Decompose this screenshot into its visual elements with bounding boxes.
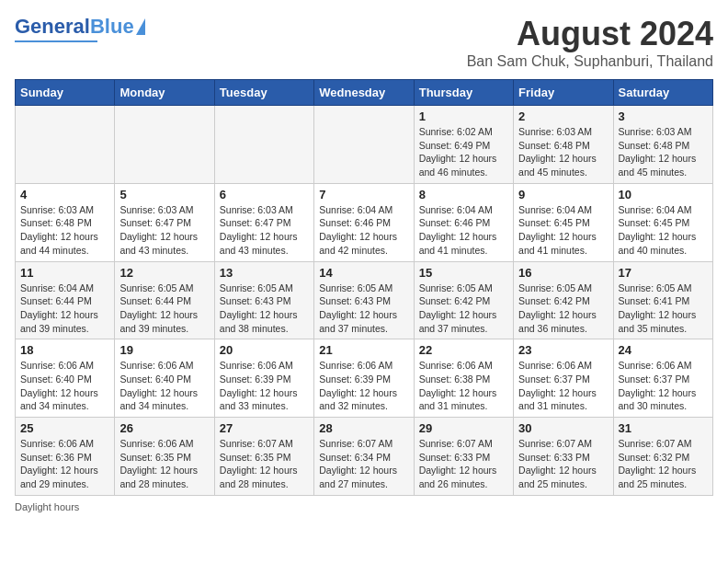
calendar-cell: 1Sunrise: 6:02 AM Sunset: 6:49 PM Daylig…: [414, 106, 513, 184]
day-number: 28: [319, 421, 408, 435]
day-info: Sunrise: 6:04 AM Sunset: 6:46 PM Dayligh…: [319, 203, 408, 258]
calendar-cell: 15Sunrise: 6:05 AM Sunset: 6:42 PM Dayli…: [414, 261, 513, 339]
day-number: 8: [419, 188, 508, 201]
day-info: Sunrise: 6:05 AM Sunset: 6:43 PM Dayligh…: [319, 282, 408, 336]
day-info: Sunrise: 6:04 AM Sunset: 6:44 PM Dayligh…: [20, 282, 109, 336]
day-info: Sunrise: 6:06 AM Sunset: 6:36 PM Dayligh…: [20, 437, 109, 491]
calendar-week-row: 18Sunrise: 6:06 AM Sunset: 6:40 PM Dayli…: [16, 339, 713, 418]
calendar-header-row: SundayMondayTuesdayWednesdayThursdayFrid…: [16, 80, 713, 106]
page-subtitle: Ban Sam Chuk, Suphanburi, Thailand: [467, 53, 713, 70]
day-info: Sunrise: 6:07 AM Sunset: 6:34 PM Dayligh…: [319, 437, 408, 491]
day-number: 21: [319, 343, 408, 357]
calendar-cell: 18Sunrise: 6:06 AM Sunset: 6:40 PM Dayli…: [16, 339, 115, 418]
day-number: 3: [619, 109, 708, 123]
day-number: 6: [220, 188, 309, 201]
day-info: Sunrise: 6:04 AM Sunset: 6:45 PM Dayligh…: [619, 203, 708, 258]
day-info: Sunrise: 6:07 AM Sunset: 6:33 PM Dayligh…: [518, 437, 608, 491]
calendar-day-header: Thursday: [414, 80, 513, 106]
calendar-cell: 31Sunrise: 6:07 AM Sunset: 6:32 PM Dayli…: [613, 418, 712, 496]
calendar-cell: 12Sunrise: 6:05 AM Sunset: 6:44 PM Dayli…: [115, 261, 214, 339]
day-info: Sunrise: 6:07 AM Sunset: 6:35 PM Dayligh…: [220, 437, 309, 491]
calendar-cell: [214, 106, 313, 184]
day-info: Sunrise: 6:06 AM Sunset: 6:39 PM Dayligh…: [319, 359, 408, 413]
day-number: 18: [20, 343, 109, 357]
calendar-cell: 7Sunrise: 6:04 AM Sunset: 6:46 PM Daylig…: [314, 183, 414, 261]
day-number: 22: [419, 343, 508, 357]
logo: General Blue: [15, 15, 145, 42]
day-number: 31: [619, 421, 708, 435]
calendar-cell: 4Sunrise: 6:03 AM Sunset: 6:48 PM Daylig…: [16, 183, 115, 261]
calendar-day-header: Saturday: [613, 80, 712, 106]
calendar-cell: 29Sunrise: 6:07 AM Sunset: 6:33 PM Dayli…: [414, 418, 513, 496]
day-number: 4: [20, 188, 109, 201]
calendar-table: SundayMondayTuesdayWednesdayThursdayFrid…: [15, 79, 713, 496]
calendar-week-row: 1Sunrise: 6:02 AM Sunset: 6:49 PM Daylig…: [16, 106, 713, 184]
day-number: 26: [119, 421, 209, 435]
calendar-cell: 28Sunrise: 6:07 AM Sunset: 6:34 PM Dayli…: [314, 418, 414, 496]
day-number: 27: [220, 421, 309, 435]
day-number: 16: [518, 266, 608, 280]
calendar-day-header: Monday: [115, 80, 214, 106]
day-info: Sunrise: 6:06 AM Sunset: 6:38 PM Dayligh…: [419, 359, 508, 413]
day-info: Sunrise: 6:06 AM Sunset: 6:39 PM Dayligh…: [220, 359, 309, 413]
day-number: 5: [119, 188, 209, 201]
calendar-cell: 21Sunrise: 6:06 AM Sunset: 6:39 PM Dayli…: [314, 339, 414, 418]
calendar-cell: 9Sunrise: 6:04 AM Sunset: 6:45 PM Daylig…: [514, 183, 613, 261]
day-info: Sunrise: 6:03 AM Sunset: 6:48 PM Dayligh…: [619, 125, 708, 179]
calendar-cell: 23Sunrise: 6:06 AM Sunset: 6:37 PM Dayli…: [514, 339, 613, 418]
day-number: 30: [518, 421, 608, 435]
day-info: Sunrise: 6:03 AM Sunset: 6:47 PM Dayligh…: [119, 203, 209, 258]
calendar-cell: 27Sunrise: 6:07 AM Sunset: 6:35 PM Dayli…: [214, 418, 313, 496]
calendar-cell: 26Sunrise: 6:06 AM Sunset: 6:35 PM Dayli…: [115, 418, 214, 496]
day-number: 1: [419, 109, 508, 123]
calendar-cell: 2Sunrise: 6:03 AM Sunset: 6:48 PM Daylig…: [514, 106, 613, 184]
day-number: 29: [419, 421, 508, 435]
page-title: August 2024: [467, 15, 713, 53]
calendar-day-header: Sunday: [16, 80, 115, 106]
day-number: 9: [518, 188, 608, 201]
day-info: Sunrise: 6:05 AM Sunset: 6:43 PM Dayligh…: [220, 282, 309, 336]
calendar-cell: [16, 106, 115, 184]
day-info: Sunrise: 6:07 AM Sunset: 6:32 PM Dayligh…: [619, 437, 708, 491]
day-info: Sunrise: 6:04 AM Sunset: 6:45 PM Dayligh…: [518, 203, 608, 258]
calendar-cell: 14Sunrise: 6:05 AM Sunset: 6:43 PM Dayli…: [314, 261, 414, 339]
calendar-day-header: Wednesday: [314, 80, 414, 106]
day-info: Sunrise: 6:03 AM Sunset: 6:48 PM Dayligh…: [20, 203, 109, 258]
day-number: 24: [619, 343, 708, 357]
calendar-week-row: 11Sunrise: 6:04 AM Sunset: 6:44 PM Dayli…: [16, 261, 713, 339]
calendar-cell: 30Sunrise: 6:07 AM Sunset: 6:33 PM Dayli…: [514, 418, 613, 496]
day-info: Sunrise: 6:02 AM Sunset: 6:49 PM Dayligh…: [419, 125, 508, 179]
calendar-cell: 13Sunrise: 6:05 AM Sunset: 6:43 PM Dayli…: [214, 261, 313, 339]
calendar-cell: 8Sunrise: 6:04 AM Sunset: 6:46 PM Daylig…: [414, 183, 513, 261]
day-number: 12: [119, 266, 209, 280]
day-info: Sunrise: 6:03 AM Sunset: 6:47 PM Dayligh…: [220, 203, 309, 258]
day-number: 2: [518, 109, 608, 123]
title-area: August 2024 Ban Sam Chuk, Suphanburi, Th…: [467, 15, 713, 70]
day-number: 10: [619, 188, 708, 201]
day-info: Sunrise: 6:05 AM Sunset: 6:42 PM Dayligh…: [419, 282, 508, 336]
day-info: Sunrise: 6:07 AM Sunset: 6:33 PM Dayligh…: [419, 437, 508, 491]
calendar-cell: [314, 106, 414, 184]
calendar-cell: 25Sunrise: 6:06 AM Sunset: 6:36 PM Dayli…: [16, 418, 115, 496]
calendar-cell: 20Sunrise: 6:06 AM Sunset: 6:39 PM Dayli…: [214, 339, 313, 418]
calendar-cell: [115, 106, 214, 184]
day-info: Sunrise: 6:06 AM Sunset: 6:37 PM Dayligh…: [518, 359, 608, 413]
logo-blue-text: Blue: [90, 15, 134, 39]
calendar-cell: 16Sunrise: 6:05 AM Sunset: 6:42 PM Dayli…: [514, 261, 613, 339]
calendar-cell: 22Sunrise: 6:06 AM Sunset: 6:38 PM Dayli…: [414, 339, 513, 418]
day-info: Sunrise: 6:06 AM Sunset: 6:40 PM Dayligh…: [20, 359, 109, 413]
day-number: 19: [119, 343, 209, 357]
day-info: Sunrise: 6:06 AM Sunset: 6:40 PM Dayligh…: [119, 359, 209, 413]
logo-triangle-icon: [136, 18, 145, 35]
day-info: Sunrise: 6:05 AM Sunset: 6:41 PM Dayligh…: [619, 282, 708, 336]
calendar-cell: 24Sunrise: 6:06 AM Sunset: 6:37 PM Dayli…: [613, 339, 712, 418]
day-number: 13: [220, 266, 309, 280]
logo-general: General: [15, 15, 90, 39]
calendar-week-row: 4Sunrise: 6:03 AM Sunset: 6:48 PM Daylig…: [16, 183, 713, 261]
day-info: Sunrise: 6:06 AM Sunset: 6:35 PM Dayligh…: [119, 437, 209, 491]
calendar-cell: 6Sunrise: 6:03 AM Sunset: 6:47 PM Daylig…: [214, 183, 313, 261]
header: General Blue August 2024 Ban Sam Chuk, S…: [15, 15, 713, 70]
day-number: 11: [20, 266, 109, 280]
footer-daylight: Daylight hours: [15, 501, 713, 512]
day-number: 23: [518, 343, 608, 357]
